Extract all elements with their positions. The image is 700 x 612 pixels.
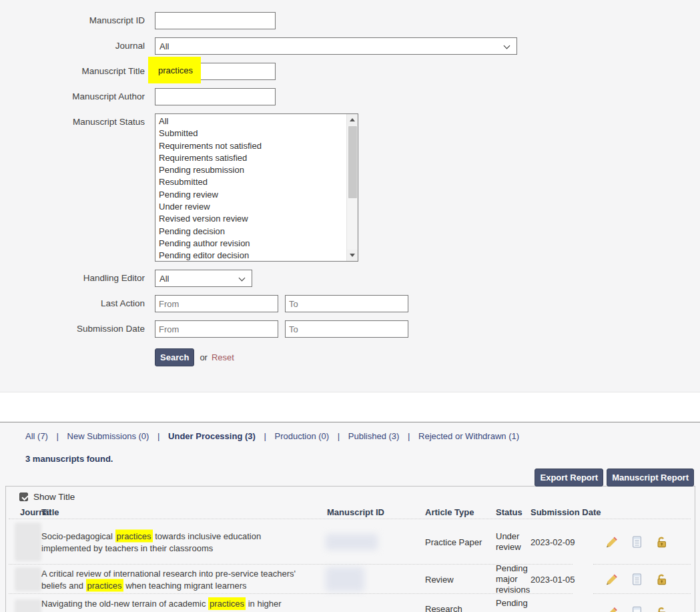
find-highlight-overlay: practices <box>148 57 201 83</box>
scrollbar-thumb[interactable] <box>348 126 357 198</box>
handling-editor-row: Handling Editor All <box>0 270 700 287</box>
tab-all[interactable]: All (7) <box>25 431 48 441</box>
scroll-down-icon[interactable] <box>347 250 358 261</box>
manuscript-id-redacted <box>326 534 378 550</box>
tab-separator: | <box>57 431 59 441</box>
status-option[interactable]: Pending decision <box>155 226 358 238</box>
status-option[interactable]: Revised version review <box>155 213 358 225</box>
unlock-icon[interactable] <box>655 606 668 612</box>
highlighted-search-term: practices <box>115 530 153 543</box>
tab-published[interactable]: Published (3) <box>348 431 400 441</box>
results-count-text: 3 manuscripts found. <box>25 454 113 464</box>
manuscript-title-row: Manuscript Title practices <box>0 63 700 80</box>
submission-date-cell: 2023-02-09 <box>531 537 575 547</box>
show-title-checkbox[interactable] <box>19 493 28 501</box>
journal-logo-redacted <box>15 599 41 612</box>
row-actions <box>606 536 686 549</box>
article-type-cell: Research <box>425 604 462 612</box>
manuscript-report-button[interactable]: Manuscript Report <box>607 469 694 487</box>
manuscript-id-input[interactable] <box>155 12 276 29</box>
submission-date-cell: 2023-01-05 <box>531 575 575 585</box>
column-header-article-type: Article Type <box>425 507 474 517</box>
column-header-status: Status <box>496 507 522 517</box>
tab-separator: | <box>264 431 266 441</box>
search-actions-row: Search or Reset <box>0 348 700 366</box>
manuscript-author-row: Manuscript Author <box>0 88 700 105</box>
submission-date-from-input[interactable] <box>155 320 278 338</box>
status-option[interactable]: Pending resubmission <box>155 164 358 176</box>
reset-link[interactable]: Reset <box>212 352 234 362</box>
manuscript-status-listbox[interactable]: All Submitted Requirements not satisfied… <box>155 113 358 262</box>
handling-editor-select-value: All <box>159 274 169 284</box>
tab-rejected-withdrawn[interactable]: Rejected or Withdrawn (1) <box>418 431 519 441</box>
show-title-control: Show Title <box>14 492 75 502</box>
status-option[interactable]: Requirements satisfied <box>155 152 358 164</box>
listbox-scrollbar[interactable] <box>346 114 358 261</box>
tab-separator: | <box>338 431 340 441</box>
last-action-row: Last Action <box>0 295 700 312</box>
status-cell: Under review <box>496 531 535 553</box>
status-option[interactable]: All <box>155 115 358 127</box>
unlock-icon[interactable] <box>655 573 668 586</box>
journal-label: Journal <box>0 37 145 51</box>
manuscript-author-label: Manuscript Author <box>0 88 145 101</box>
status-option[interactable]: Under review <box>155 201 358 213</box>
table-row: Navigating the old-new terrain of academ… <box>6 594 695 612</box>
show-title-label: Show Title <box>33 492 75 502</box>
manuscript-author-input[interactable] <box>155 88 276 105</box>
results-tabs: All (7) | New Submissions (0) | Under Pr… <box>25 431 519 441</box>
column-header-manuscript-id: Manuscript ID <box>327 507 384 517</box>
tab-new-submissions[interactable]: New Submissions (0) <box>67 431 149 441</box>
column-header-title: Title <box>41 507 59 517</box>
table-row: Socio-pedagogical practices towards incl… <box>6 519 695 565</box>
highlighted-search-term: practices <box>86 579 123 591</box>
journal-select[interactable]: All <box>155 37 517 55</box>
last-action-from-input[interactable] <box>155 295 278 312</box>
edit-pencil-icon[interactable] <box>606 606 619 612</box>
journal-row: Journal All <box>0 37 700 55</box>
table-row: A critical review of international resea… <box>6 565 695 594</box>
manuscript-title-cell[interactable]: A critical review of international resea… <box>41 568 350 591</box>
article-type-cell: Practice Paper <box>425 537 482 547</box>
manuscript-title-cell[interactable]: Navigating the old-new terrain of academ… <box>41 598 350 610</box>
submission-date-to-input[interactable] <box>285 320 408 338</box>
status-option[interactable]: Requirements not satisfied <box>155 140 358 152</box>
status-option[interactable]: Submitted <box>155 127 358 139</box>
last-action-label: Last Action <box>0 295 145 308</box>
manuscript-title-cell[interactable]: Socio-pedagogical practices towards incl… <box>41 531 350 554</box>
tab-under-processing[interactable]: Under Processing (3) <box>168 431 256 441</box>
status-option[interactable]: Pending review <box>155 189 358 201</box>
manuscript-report-document-icon[interactable] <box>631 573 643 586</box>
manuscript-id-row: Manuscript ID <box>0 12 700 29</box>
or-text: or <box>200 352 208 362</box>
manuscript-report-document-icon[interactable] <box>631 536 643 549</box>
handling-editor-select[interactable]: All <box>155 270 252 287</box>
search-button[interactable]: Search <box>155 348 194 366</box>
last-action-to-input[interactable] <box>285 295 408 312</box>
status-option[interactable]: Resubmitted <box>155 176 358 188</box>
results-table: Show Title Journal Title Manuscript ID A… <box>5 486 695 612</box>
status-option[interactable]: Pending author revision <box>155 238 358 250</box>
chevron-down-icon <box>504 43 510 49</box>
row-actions <box>606 573 686 586</box>
results-section: All (7) | New Submissions (0) | Under Pr… <box>0 422 700 612</box>
highlighted-search-term: practices <box>208 597 246 610</box>
scroll-up-icon[interactable] <box>347 114 358 125</box>
article-type-cell: Review <box>425 575 454 585</box>
edit-pencil-icon[interactable] <box>606 536 619 549</box>
status-option[interactable]: Pending editor decision <box>155 250 358 262</box>
journal-select-value: All <box>159 41 169 51</box>
tab-separator: | <box>408 431 410 441</box>
tab-separator: | <box>157 431 159 441</box>
manuscript-report-document-icon[interactable] <box>631 606 643 612</box>
submission-date-label: Submission Date <box>0 320 145 334</box>
search-form-panel: Manuscript ID Journal All Manuscript Tit… <box>0 0 700 392</box>
edit-pencil-icon[interactable] <box>606 573 619 586</box>
submission-date-row: Submission Date <box>0 320 700 338</box>
manuscript-title-label: Manuscript Title <box>0 63 145 76</box>
tab-production[interactable]: Production (0) <box>274 431 329 441</box>
unlock-icon[interactable] <box>655 536 668 549</box>
journal-logo-redacted <box>15 567 41 591</box>
export-report-button[interactable]: Export Report <box>535 469 603 487</box>
manuscript-status-label: Manuscript Status <box>0 113 145 127</box>
